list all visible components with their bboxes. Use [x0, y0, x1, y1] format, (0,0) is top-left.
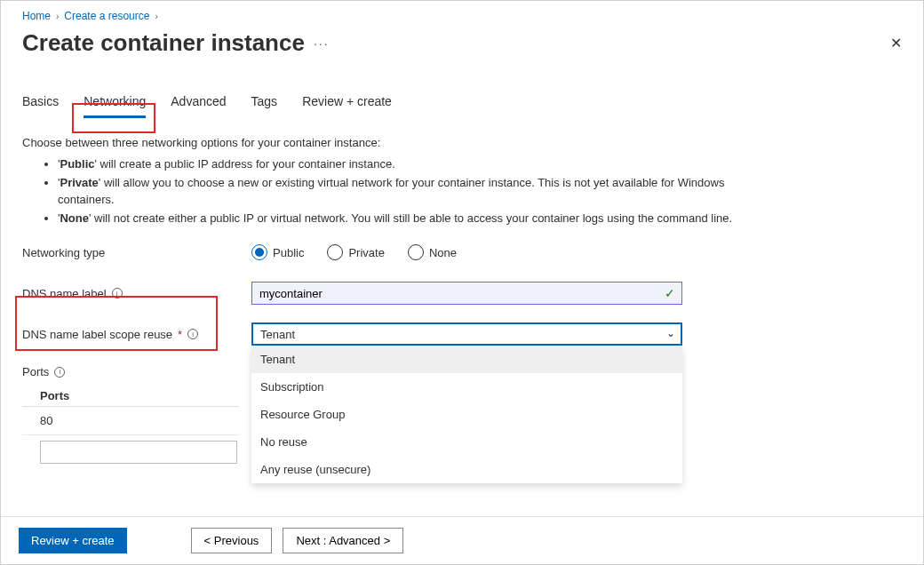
tab-networking[interactable]: Networking	[84, 94, 146, 118]
breadcrumb: Home › Create a resource ›	[22, 10, 902, 22]
networking-type-label: Networking type	[22, 246, 251, 259]
info-icon[interactable]: i	[187, 329, 198, 339]
required-indicator: *	[178, 328, 182, 341]
dropdown-item-subscription[interactable]: Subscription	[251, 373, 682, 401]
dropdown-item-any-reuse[interactable]: Any reuse (unsecure)	[251, 456, 682, 483]
tab-review[interactable]: Review + create	[302, 94, 392, 118]
page-title: Create container instance	[22, 29, 305, 57]
dns-scope-select[interactable]: Tenant ⌄	[251, 322, 682, 346]
chevron-right-icon: ›	[155, 12, 157, 21]
dropdown-item-no-reuse[interactable]: No reuse	[251, 428, 682, 456]
radio-dot-icon	[408, 244, 424, 260]
close-icon[interactable]: ✕	[890, 35, 902, 52]
review-create-button[interactable]: Review + create	[19, 528, 127, 553]
dns-name-label: DNS name label	[22, 287, 107, 300]
intro-bullets: 'Public' will create a public IP address…	[58, 156, 733, 227]
info-icon[interactable]: i	[112, 288, 123, 298]
footer: Review + create < Previous Next : Advanc…	[1, 516, 923, 564]
dropdown-item-resource-group[interactable]: Resource Group	[251, 401, 682, 428]
networking-type-radios: Public Private None	[251, 244, 682, 260]
chevron-down-icon: ⌄	[666, 327, 675, 339]
radio-private[interactable]: Private	[327, 244, 384, 260]
breadcrumb-create-resource[interactable]: Create a resource	[64, 10, 149, 22]
tabs: Basics Networking Advanced Tags Review +…	[22, 94, 902, 118]
port-input-new[interactable]	[40, 441, 237, 464]
bullet-none: 'None' will not create either a public I…	[58, 211, 733, 227]
tab-advanced[interactable]: Advanced	[171, 94, 226, 118]
more-icon[interactable]: ···	[314, 36, 330, 51]
bullet-private: 'Private' will allow you to choose a new…	[58, 175, 733, 209]
tab-basics[interactable]: Basics	[22, 94, 59, 118]
dns-scope-label: DNS name label scope reuse	[22, 328, 172, 341]
breadcrumb-home[interactable]: Home	[22, 10, 51, 22]
dropdown-item-tenant[interactable]: Tenant	[251, 346, 682, 373]
next-button[interactable]: Next : Advanced >	[283, 528, 403, 553]
radio-dot-icon	[251, 244, 267, 260]
intro-text: Choose between three networking options …	[22, 136, 697, 149]
ports-table: Ports 80	[22, 384, 239, 464]
tab-tags[interactable]: Tags	[251, 94, 278, 118]
port-row[interactable]: 80	[22, 407, 239, 435]
create-container-page: Home › Create a resource › Create contai…	[0, 0, 924, 565]
bullet-public: 'Public' will create a public IP address…	[58, 156, 733, 173]
chevron-right-icon: ›	[56, 12, 59, 21]
ports-column-header: Ports	[22, 384, 239, 407]
ports-label: Ports	[22, 365, 49, 378]
info-icon[interactable]: i	[54, 367, 65, 378]
dns-name-input[interactable]	[251, 282, 682, 305]
radio-dot-icon	[327, 244, 343, 260]
dns-scope-dropdown: Tenant Subscription Resource Group No re…	[251, 346, 682, 483]
radio-none[interactable]: None	[408, 244, 457, 260]
previous-button[interactable]: < Previous	[191, 528, 273, 553]
check-icon: ✓	[665, 286, 675, 300]
radio-public[interactable]: Public	[251, 244, 304, 260]
